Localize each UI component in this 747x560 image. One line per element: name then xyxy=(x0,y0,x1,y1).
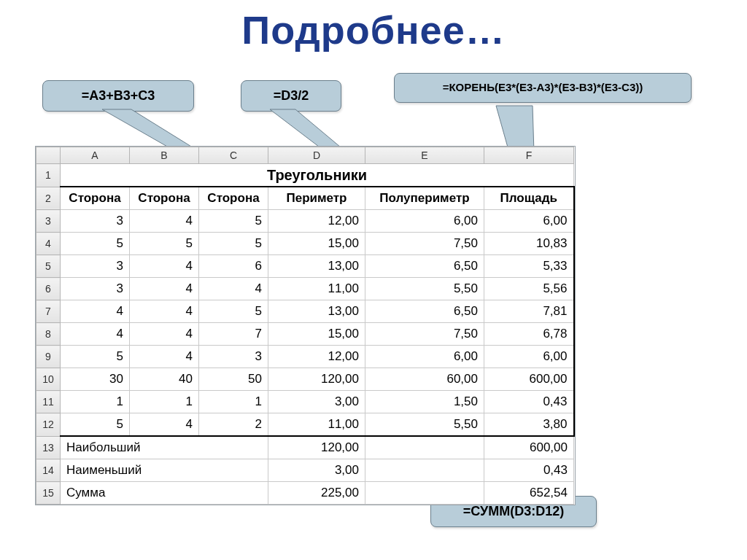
column-header-row: A B C D E F xyxy=(36,147,574,164)
cell[interactable]: 11,00 xyxy=(268,413,365,437)
callout-formula-semiperimeter: =D3/2 xyxy=(241,80,341,112)
cell[interactable]: 600,00 xyxy=(484,436,574,459)
row-1: 1 Треугольники xyxy=(36,164,574,187)
table-row: 455515,007,5010,83 xyxy=(36,233,574,255)
summary-label[interactable]: Наименьший xyxy=(61,459,268,482)
cell[interactable]: 5 xyxy=(61,233,130,255)
cell[interactable]: 0,43 xyxy=(484,391,574,413)
cell[interactable]: 4 xyxy=(130,413,199,437)
cell[interactable]: 3 xyxy=(61,255,130,278)
table-row: 954312,006,006,00 xyxy=(36,346,574,368)
cell[interactable]: 11,00 xyxy=(268,278,365,300)
cell[interactable]: 7,50 xyxy=(365,323,484,346)
cell[interactable]: 50 xyxy=(199,368,268,391)
cell[interactable]: 10,83 xyxy=(484,233,574,255)
cell[interactable]: 5 xyxy=(199,233,268,255)
col-A[interactable]: A xyxy=(61,147,130,164)
cell[interactable]: 7,50 xyxy=(365,233,484,255)
cell[interactable]: 652,54 xyxy=(484,482,574,505)
table-row: 634411,005,505,56 xyxy=(36,278,574,300)
cell[interactable]: 4 xyxy=(130,210,199,233)
cell[interactable]: 5 xyxy=(130,233,199,255)
cell[interactable]: 600,00 xyxy=(484,368,574,391)
cell[interactable]: 6,50 xyxy=(365,255,484,278)
hdr-side-c[interactable]: Сторона xyxy=(199,187,268,210)
cell[interactable]: 2 xyxy=(199,413,268,437)
cell[interactable]: 12,00 xyxy=(268,210,365,233)
cell[interactable]: 1,50 xyxy=(365,391,484,413)
cell[interactable]: 4 xyxy=(61,300,130,323)
cell[interactable]: 120,00 xyxy=(268,368,365,391)
cell[interactable]: 12,00 xyxy=(268,346,365,368)
cell[interactable]: 13,00 xyxy=(268,255,365,278)
table-row: 844715,007,506,78 xyxy=(36,323,574,346)
cell[interactable]: 4 xyxy=(199,278,268,300)
cell[interactable]: 15,00 xyxy=(268,233,365,255)
cell[interactable]: 6,00 xyxy=(365,346,484,368)
cell[interactable]: 4 xyxy=(130,346,199,368)
cell[interactable]: 4 xyxy=(61,323,130,346)
cell[interactable]: 3,80 xyxy=(484,413,574,437)
cell[interactable]: 3,00 xyxy=(268,459,365,482)
col-C[interactable]: C xyxy=(199,147,268,164)
cell[interactable]: 0,43 xyxy=(484,459,574,482)
col-D[interactable]: D xyxy=(268,147,365,164)
cell[interactable]: 3 xyxy=(61,210,130,233)
cell[interactable]: 6,78 xyxy=(484,323,574,346)
cell[interactable]: 225,00 xyxy=(268,482,365,505)
cell[interactable]: 60,00 xyxy=(365,368,484,391)
cell[interactable]: 5,56 xyxy=(484,278,574,300)
cell[interactable]: 5 xyxy=(61,413,130,437)
cell[interactable]: 30 xyxy=(61,368,130,391)
cell[interactable]: 6,00 xyxy=(365,210,484,233)
summary-label[interactable]: Наибольший xyxy=(61,436,268,459)
table-row: 10304050120,0060,00600,00 xyxy=(36,368,574,391)
spreadsheet: A B C D E F 1 Треугольники 2 Сторона Сто… xyxy=(35,146,576,505)
summary-row: 15Сумма225,00652,54 xyxy=(36,482,574,505)
cell[interactable]: 4 xyxy=(130,255,199,278)
cell[interactable] xyxy=(365,436,484,459)
cell[interactable]: 120,00 xyxy=(268,436,365,459)
col-F[interactable]: F xyxy=(484,147,574,164)
hdr-side-b[interactable]: Сторона xyxy=(130,187,199,210)
cell[interactable]: 13,00 xyxy=(268,300,365,323)
cell[interactable]: 6,00 xyxy=(484,346,574,368)
table-title[interactable]: Треугольники xyxy=(61,164,574,187)
cell[interactable]: 7,81 xyxy=(484,300,574,323)
cell[interactable]: 6,50 xyxy=(365,300,484,323)
cell[interactable]: 3 xyxy=(61,278,130,300)
cell[interactable]: 6 xyxy=(199,255,268,278)
cell[interactable]: 6,00 xyxy=(484,210,574,233)
table-row: 1254211,005,503,80 xyxy=(36,413,574,437)
cell[interactable]: 1 xyxy=(199,391,268,413)
cell[interactable]: 7 xyxy=(199,323,268,346)
cell[interactable]: 1 xyxy=(61,391,130,413)
hdr-side-a[interactable]: Сторона xyxy=(61,187,130,210)
cell[interactable]: 5,33 xyxy=(484,255,574,278)
cell[interactable]: 1 xyxy=(130,391,199,413)
cell[interactable]: 4 xyxy=(130,278,199,300)
cell[interactable]: 5,50 xyxy=(365,278,484,300)
cell[interactable]: 4 xyxy=(130,300,199,323)
callout-formula-perimeter: =A3+B3+C3 xyxy=(42,80,194,112)
cell[interactable]: 3 xyxy=(199,346,268,368)
col-E[interactable]: E xyxy=(365,147,484,164)
cell[interactable]: 5 xyxy=(199,300,268,323)
table-row: 744513,006,507,81 xyxy=(36,300,574,323)
cell[interactable]: 15,00 xyxy=(268,323,365,346)
cell[interactable]: 5 xyxy=(61,346,130,368)
cell[interactable] xyxy=(365,459,484,482)
summary-label[interactable]: Сумма xyxy=(61,482,268,505)
cell[interactable]: 3,00 xyxy=(268,391,365,413)
hdr-semiperimeter[interactable]: Полупериметр xyxy=(365,187,484,210)
hdr-area[interactable]: Площадь xyxy=(484,187,574,210)
col-B[interactable]: B xyxy=(130,147,199,164)
cell[interactable]: 5 xyxy=(199,210,268,233)
cell[interactable]: 40 xyxy=(130,368,199,391)
cell[interactable]: 5,50 xyxy=(365,413,484,437)
summary-row: 14Наименьший3,000,43 xyxy=(36,459,574,482)
cell[interactable]: 4 xyxy=(130,323,199,346)
row-2-headers: 2 Сторона Сторона Сторона Периметр Полуп… xyxy=(36,187,574,210)
cell[interactable] xyxy=(365,482,484,505)
hdr-perimeter[interactable]: Периметр xyxy=(268,187,365,210)
